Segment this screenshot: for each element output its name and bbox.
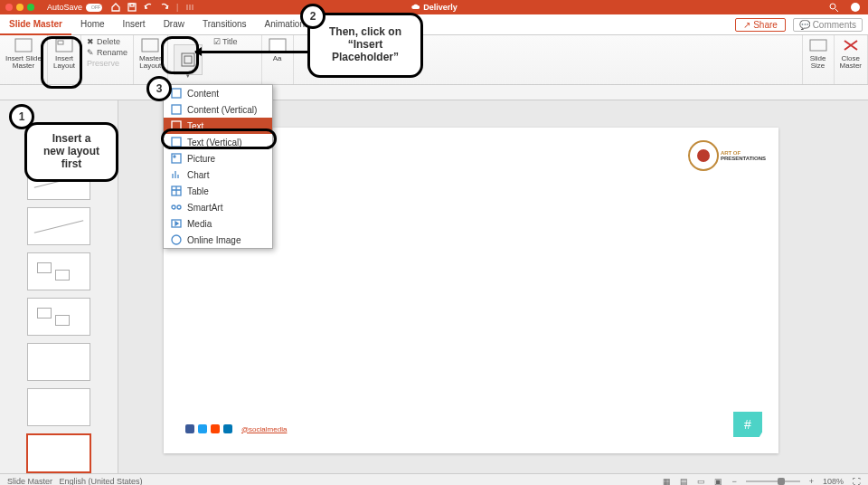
zoom-out-button[interactable]: −: [731, 477, 736, 485]
slide-number-placeholder-icon: #: [733, 412, 762, 437]
thumbnail-layout[interactable]: [27, 207, 90, 245]
menu-online-image[interactable]: Online Image: [164, 232, 272, 248]
view-slideshow-icon[interactable]: ▣: [714, 477, 722, 485]
facebook-icon: [185, 424, 194, 433]
svg-rect-13: [172, 105, 181, 114]
svg-point-17: [174, 156, 175, 157]
zoom-in-button[interactable]: +: [809, 477, 814, 485]
svg-rect-14: [172, 121, 181, 130]
thumbnail-layout[interactable]: [27, 343, 90, 381]
svg-point-19: [172, 205, 175, 209]
view-reading-icon[interactable]: ▭: [697, 477, 705, 485]
menu-picture[interactable]: Picture: [164, 150, 272, 166]
comments-button[interactable]: 💬 Comments: [793, 18, 863, 32]
save-icon[interactable]: [127, 3, 137, 12]
svg-rect-1: [130, 4, 134, 6]
horizontal-ruler: [0, 85, 868, 100]
tab-slide-master[interactable]: Slide Master: [0, 14, 71, 35]
redo-icon[interactable]: [160, 3, 169, 12]
svg-rect-15: [172, 138, 181, 147]
svg-rect-7: [142, 39, 158, 52]
svg-rect-11: [810, 40, 826, 51]
cloud-icon: [410, 3, 420, 12]
svg-rect-6: [58, 41, 63, 44]
menu-smartart[interactable]: SmartArt: [164, 199, 272, 215]
insert-layout-button[interactable]: Insert Layout: [53, 37, 75, 71]
tab-draw[interactable]: Draw: [155, 14, 193, 33]
svg-point-22: [172, 235, 181, 244]
menu-chart[interactable]: Chart: [164, 166, 272, 183]
share-button[interactable]: ↗ Share: [735, 18, 785, 32]
svg-rect-4: [15, 39, 32, 52]
zoom-level[interactable]: 108%: [823, 477, 844, 485]
slide-size-button[interactable]: Slide Size: [808, 37, 828, 71]
linkedin-icon: [223, 424, 232, 433]
autosave-label: AutoSave: [47, 3, 82, 12]
callout-2: Then, click on “Insert Placeholder”: [307, 13, 423, 78]
presentation-logo: ART OFPRESENTATIONS: [688, 140, 766, 171]
svg-point-20: [177, 205, 181, 209]
status-mode: Slide Master: [7, 477, 52, 485]
master-layout-button[interactable]: Master Layout: [139, 37, 161, 71]
svg-rect-16: [172, 154, 181, 163]
menu-text[interactable]: Text: [164, 118, 272, 134]
view-sorter-icon[interactable]: ▤: [680, 477, 688, 485]
thumbnail-layout[interactable]: [27, 298, 90, 336]
qat-separator: |: [176, 3, 178, 12]
menu-content-vertical[interactable]: Content (Vertical): [164, 101, 272, 118]
tab-home[interactable]: Home: [71, 14, 114, 33]
close-master-button[interactable]: Close Master: [840, 37, 862, 71]
minimize-window-button[interactable]: [16, 4, 24, 11]
menu-media[interactable]: Media: [164, 215, 272, 232]
align-icon: [185, 3, 194, 12]
title-bar: AutoSave | Deliverly: [0, 0, 868, 14]
account-icon[interactable]: [850, 2, 861, 13]
youtube-icon: [211, 424, 220, 433]
thumbnail-layout[interactable]: [27, 388, 90, 426]
search-icon[interactable]: [828, 2, 839, 13]
zoom-slider[interactable]: [746, 480, 800, 482]
social-handle: @socialmedia: [241, 425, 287, 433]
tab-insert[interactable]: Insert: [114, 14, 155, 33]
svg-rect-12: [172, 89, 181, 98]
callout-1: Insert a new layout first: [24, 122, 118, 182]
rename-button[interactable]: ✎ Rename: [87, 48, 127, 57]
zoom-window-button[interactable]: [27, 4, 34, 11]
svg-rect-10: [269, 39, 286, 52]
insert-placeholder-menu: Content Content (Vertical) Text Text (Ve…: [163, 84, 273, 249]
ribbon-tabs: Slide Master Home Insert Draw Transition…: [0, 14, 868, 35]
close-window-button[interactable]: [5, 4, 13, 11]
view-normal-icon[interactable]: ▦: [663, 477, 671, 485]
twitter-icon: [198, 424, 207, 433]
menu-text-vertical[interactable]: Text (Vertical): [164, 134, 272, 150]
ribbon: Insert Slide Master Insert Layout ✖ Dele…: [0, 35, 868, 85]
svg-rect-0: [128, 4, 136, 11]
tab-transitions[interactable]: Transitions: [193, 14, 256, 33]
undo-icon[interactable]: [144, 3, 153, 12]
delete-button[interactable]: ✖ Delete: [87, 37, 127, 46]
badge-3: 3: [146, 76, 172, 101]
badge-2: 2: [300, 4, 326, 29]
document-title: Deliverly: [410, 3, 458, 12]
svg-rect-9: [184, 56, 192, 63]
autosave-toggle[interactable]: [86, 4, 102, 12]
status-bar: Slide Master English (United States) ▦ ▤…: [0, 473, 868, 485]
insert-slide-master-button[interactable]: Insert Slide Master: [5, 37, 42, 71]
menu-content[interactable]: Content: [164, 85, 272, 101]
social-icons: @socialmedia: [185, 424, 287, 433]
home-icon[interactable]: [111, 3, 120, 12]
svg-point-3: [851, 3, 860, 12]
arrow-to-placeholder: [195, 51, 307, 53]
badge-1: 1: [9, 104, 34, 129]
fit-to-window-icon[interactable]: ⛶: [853, 477, 861, 485]
status-language[interactable]: English (United States): [60, 477, 143, 485]
preserve-button: Preserve: [87, 59, 127, 68]
quick-access-toolbar: |: [111, 3, 194, 12]
title-checkbox[interactable]: ☑ Title: [213, 37, 256, 46]
thumbnail-layout-selected[interactable]: [26, 433, 91, 473]
thumbnail-layout[interactable]: [27, 252, 90, 290]
menu-table[interactable]: Table: [164, 183, 272, 199]
svg-point-2: [830, 4, 835, 9]
